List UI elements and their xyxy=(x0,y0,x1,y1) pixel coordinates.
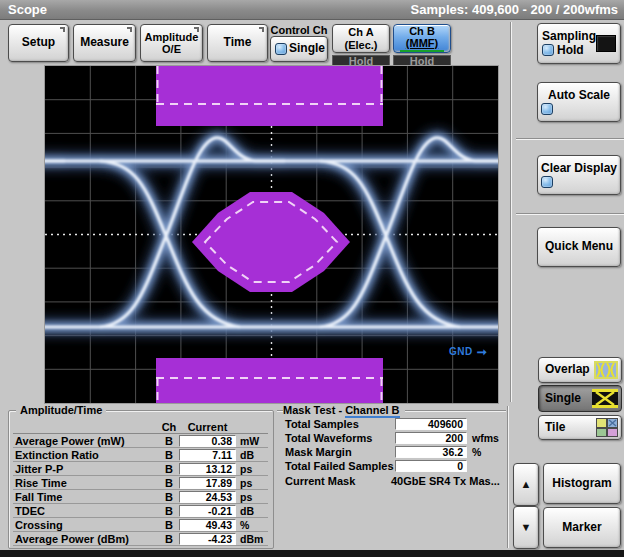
title-bar: Scope Samples: 409,600 - 200 / 200wfms xyxy=(0,0,624,20)
channel-b-button[interactable]: Ch B (MMF) xyxy=(393,24,451,53)
time-button-label: Time xyxy=(224,36,252,49)
submenu-corner-icon xyxy=(60,27,65,32)
mask-test-panel: Mask Test - Channel B Total Samples 4096… xyxy=(283,404,506,550)
row-name: Fall Time xyxy=(13,491,159,503)
submenu-corner-icon xyxy=(259,27,264,32)
sampling-label-line2: Hold xyxy=(557,44,584,58)
row-value: 24.53 xyxy=(179,491,236,503)
control-ch-label: Control Ch xyxy=(270,24,328,36)
sampling-hold-button[interactable]: Sampling Hold xyxy=(537,23,621,64)
row-value: 13.12 xyxy=(179,463,236,475)
submenu-corner-icon xyxy=(194,27,199,32)
mask-test-row: Total Failed Samples 0 xyxy=(283,460,506,474)
row-unit: mW xyxy=(236,435,268,447)
sampling-status-box xyxy=(596,35,616,52)
row-name: Jitter P-P xyxy=(13,463,159,475)
row-unit: ps xyxy=(236,463,268,475)
overlap-view-button[interactable]: Overlap xyxy=(538,357,622,383)
setup-button[interactable]: Setup xyxy=(8,24,69,62)
measurement-row: Rise Time B 17.89 ps xyxy=(13,476,268,490)
mask-test-row: Mask Margin 36.2 % xyxy=(283,446,506,460)
row-name: TDEC xyxy=(13,505,159,517)
control-ch-single-button[interactable]: Single xyxy=(270,36,328,62)
marker-label: Marker xyxy=(562,521,601,534)
up-arrow-icon: ▲ xyxy=(521,478,532,490)
row-name: Crossing xyxy=(13,519,159,531)
row-unit: ps xyxy=(236,477,268,489)
measurement-row: Crossing B 49.43 % xyxy=(13,518,268,532)
histogram-label: Histogram xyxy=(552,477,611,490)
table-header-row: Ch Current xyxy=(13,420,268,434)
row-unit: % xyxy=(472,446,481,458)
scroll-down-button[interactable]: ▼ xyxy=(513,506,539,549)
channel-a-button[interactable]: Ch A (Elec.) xyxy=(332,24,390,53)
time-button[interactable]: Time xyxy=(207,24,268,62)
amplitude-oe-button-label: Amplitude O/E xyxy=(143,31,201,55)
measure-button[interactable]: Measure xyxy=(73,24,136,62)
measurement-row: TDEC B -0.21 dB xyxy=(13,504,268,518)
row-name: Extinction Ratio xyxy=(13,449,159,461)
single-view-button[interactable]: Single xyxy=(538,385,622,412)
current-mask-value: 40GbE SR4 Tx Mas... xyxy=(391,475,500,487)
histogram-button[interactable]: Histogram xyxy=(543,463,621,504)
mask-test-title-prefix: Mask Test - xyxy=(283,404,345,416)
eye-single-icon xyxy=(592,389,618,408)
row-label: Total Samples xyxy=(285,418,359,430)
amplitude-oe-button[interactable]: Amplitude O/E xyxy=(140,24,203,62)
scroll-up-button[interactable]: ▲ xyxy=(513,463,539,506)
led-indicator-icon xyxy=(541,103,553,115)
channel-a-type: (Elec.) xyxy=(344,39,377,51)
quick-menu-button[interactable]: Quick Menu xyxy=(537,227,621,267)
row-channel: B xyxy=(159,533,179,545)
divider xyxy=(516,138,624,140)
row-channel: B xyxy=(159,463,179,475)
waveform-display: GND ➞ xyxy=(44,65,499,404)
channel-b-type: (MMF) xyxy=(406,37,438,49)
row-value: 0.38 xyxy=(179,435,236,447)
channel-b-link[interactable]: Channel B xyxy=(345,404,399,418)
current-mask-label: Current Mask xyxy=(285,475,355,487)
measure-button-label: Measure xyxy=(80,36,129,49)
app-title: Scope xyxy=(8,2,47,17)
row-channel: B xyxy=(159,435,179,447)
eye-overlap-icon xyxy=(594,361,618,379)
row-unit: dBm xyxy=(236,533,268,545)
measurement-table: Ch Current Average Power (mW) B 0.38 mW … xyxy=(13,420,268,546)
samples-counter: Samples: 409,600 - 200 / 200wfms xyxy=(411,2,618,17)
auto-scale-button[interactable]: Auto Scale xyxy=(537,82,621,122)
panel-separator xyxy=(510,22,512,402)
led-indicator-icon xyxy=(541,176,553,188)
row-value: 36.2 xyxy=(395,446,467,458)
tile-label: Tile xyxy=(545,421,565,434)
row-unit: dB xyxy=(236,449,268,461)
panel-separator xyxy=(507,406,509,548)
gnd-marker: GND ➞ xyxy=(449,346,487,357)
clear-display-button[interactable]: Clear Display xyxy=(537,155,621,195)
tile-view-button[interactable]: Tile xyxy=(538,415,622,440)
column-header-current: Current xyxy=(179,421,236,433)
bottom-bar xyxy=(0,550,624,557)
row-value: 17.89 xyxy=(179,477,236,489)
clear-display-label: Clear Display xyxy=(541,162,617,175)
row-label: Mask Margin xyxy=(285,446,352,458)
row-channel: B xyxy=(159,505,179,517)
row-value: -4.23 xyxy=(179,533,236,545)
row-label: Total Waveforms xyxy=(285,432,372,444)
amplitude-time-title: Amplitude/Time xyxy=(16,404,106,416)
row-name: Rise Time xyxy=(13,477,159,489)
control-ch-single-label: Single xyxy=(289,42,325,55)
auto-scale-label: Auto Scale xyxy=(548,89,610,102)
channel-b-name: Ch B xyxy=(409,25,435,37)
amplitude-time-panel: Amplitude/Time Ch Current Average Power … xyxy=(8,410,274,549)
tile-grid-icon xyxy=(596,418,618,437)
measurement-row: Jitter P-P B 13.12 ps xyxy=(13,462,268,476)
row-unit: wfms xyxy=(472,432,499,444)
down-arrow-icon: ▼ xyxy=(521,521,532,533)
row-unit: % xyxy=(236,519,268,531)
led-indicator-icon xyxy=(542,44,554,56)
marker-button[interactable]: Marker xyxy=(543,507,621,548)
row-channel: B xyxy=(159,519,179,531)
single-view-label: Single xyxy=(545,392,581,405)
row-channel: B xyxy=(159,491,179,503)
overlap-label: Overlap xyxy=(545,363,590,376)
